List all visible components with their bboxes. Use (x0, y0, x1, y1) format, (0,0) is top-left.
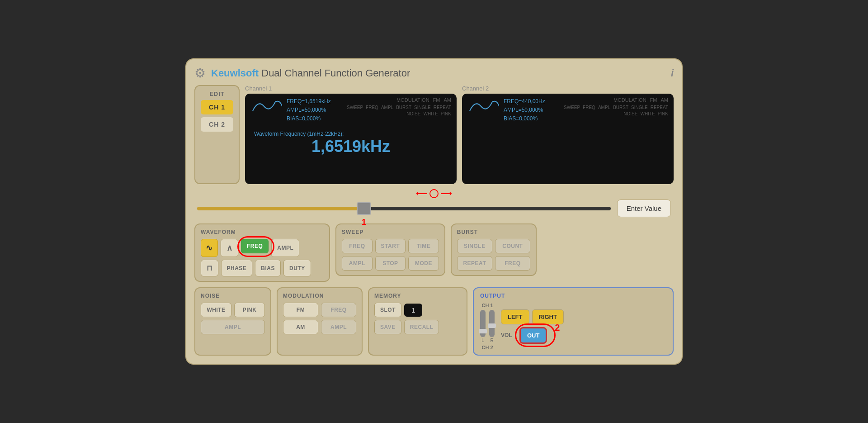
ampl-button[interactable]: AMPL (271, 239, 299, 257)
burst-count-button[interactable]: COUNT (495, 239, 530, 253)
save-button[interactable]: SAVE (374, 320, 401, 334)
ch2-waveform-preview (467, 97, 499, 115)
fm-button[interactable]: FM (283, 303, 318, 317)
mem-title: MEMORY (374, 293, 461, 299)
burst-repeat-button[interactable]: REPEAT (457, 256, 492, 271)
am-button[interactable]: AM (283, 320, 318, 334)
output-buttons: LEFT RIGHT VOL OUT 2 (501, 309, 564, 344)
title-bar: ⚙ Keuwlsoft Dual Channel Function Genera… (194, 66, 674, 81)
burst-section: BURST SINGLE COUNT REPEAT FREQ (451, 223, 537, 276)
ch1-active-label: Waveform Frequency (1mHz-22kHz): (254, 131, 448, 137)
ch1-sweep-labels: SWEEP FREQ AMPL BURST SINGLE REPEAT (347, 105, 451, 110)
memory-section: MEMORY SLOT 1 SAVE RECALL (368, 287, 467, 356)
annotation-1: 1 (362, 218, 366, 227)
recall-button[interactable]: RECALL (404, 320, 439, 334)
app-title: Keuwlsoft Dual Channel Function Generato… (211, 67, 410, 79)
white-noise-button[interactable]: WHITE (201, 303, 231, 317)
app-window: ⚙ Keuwlsoft Dual Channel Function Genera… (185, 58, 683, 365)
sweep-section: SWEEP FREQ START TIME AMPL STOP MODE (335, 223, 445, 276)
enter-value-button[interactable]: Enter Value (617, 200, 671, 217)
slider-dot-annotation (429, 189, 439, 198)
noise-ampl-button[interactable]: AMPL (201, 320, 265, 334)
right-arrow-icon: ⟶ (440, 189, 452, 199)
ch2-am-label: AM (661, 97, 669, 103)
sine-wave-button[interactable]: ∿ (201, 239, 218, 257)
sweep-mode-button[interactable]: MODE (408, 256, 439, 271)
output-title: OUTPUT (480, 293, 666, 299)
sweep-freq-button[interactable]: FREQ (342, 239, 373, 253)
burst-single-button[interactable]: SINGLE (457, 239, 492, 253)
info-icon: i (671, 67, 674, 79)
channel1-label: Channel 1 (245, 85, 457, 92)
duty-button[interactable]: DUTY (283, 260, 311, 276)
ch1-mod-label: MODULATION (396, 97, 429, 103)
edit-panel: EDIT CH 1 CH 2 (194, 85, 240, 184)
bias-button[interactable]: BIAS (255, 260, 281, 276)
burst-freq-button[interactable]: FREQ (495, 256, 530, 271)
phase-button[interactable]: PHASE (221, 260, 253, 276)
channel2-display: FREQ=440,00Hz AMPL=50,000% BIAS=0,000% M… (462, 94, 674, 184)
frequency-slider[interactable] (197, 207, 611, 210)
edit-label: EDIT (209, 90, 225, 97)
left-button[interactable]: LEFT (501, 309, 529, 324)
ch2-output-label: CH 2 (481, 345, 493, 350)
ch1-am-label: AM (444, 97, 452, 103)
ch2-sweep-labels: SWEEP FREQ AMPL BURST SINGLE REPEAT (564, 105, 668, 110)
annotation-2: 2 (555, 323, 560, 333)
sweep-stop-button[interactable]: STOP (375, 256, 406, 271)
vol-label: VOL (501, 332, 517, 338)
sweep-start-button[interactable]: START (375, 239, 406, 253)
mod-title: MODULATION (283, 293, 356, 299)
ch2-params: FREQ=440,00Hz AMPL=50,000% BIAS=0,000% (504, 97, 545, 124)
ch1-waveform-preview (250, 97, 282, 115)
second-controls-row: NOISE WHITE PINK AMPL MODULATION FM FREQ… (194, 287, 674, 356)
ch2-noise-labels: NOISE WHITE PINK (623, 111, 668, 116)
r-slider[interactable] (489, 310, 495, 337)
square-wave-button[interactable]: ⊓ (201, 260, 218, 276)
modulation-section: MODULATION FM FREQ AM AMPL (277, 287, 363, 356)
ch1-fm-label: FM (433, 97, 440, 103)
channel2-label: Channel 2 (462, 85, 674, 92)
ch2-fm-label: FM (650, 97, 657, 103)
sweep-ampl-button[interactable]: AMPL (342, 256, 373, 271)
gear-icon: ⚙ (194, 66, 206, 81)
slot-value: 1 (404, 304, 422, 317)
noise-section: NOISE WHITE PINK AMPL (194, 287, 271, 356)
ch1-button[interactable]: CH 1 (201, 100, 233, 114)
controls-row: WAVEFORM ∿ ∧ FREQ AMPL ⊓ PHASE BIAS DUTY… (194, 223, 674, 282)
freq-button[interactable]: FREQ (241, 239, 269, 253)
sweep-time-button[interactable]: TIME (408, 239, 439, 253)
mod-ampl-button[interactable]: AMPL (321, 320, 356, 334)
mod-freq-button[interactable]: FREQ (321, 303, 356, 317)
waveform-title: WAVEFORM (201, 229, 324, 235)
ch1-params: FREQ=1,6519kHz AMPL=50,000% BIAS=0,000% (287, 97, 331, 124)
ch1-output-label: CH 1 (481, 303, 493, 308)
burst-title: BURST (457, 229, 530, 235)
channel1-display: FREQ=1,6519kHz AMPL=50,000% BIAS=0,000% … (245, 94, 457, 184)
left-arrow-icon: ⟵ (416, 189, 428, 199)
ch2-mod-label: MODULATION (613, 97, 646, 103)
sweep-title: SWEEP (342, 229, 439, 235)
r-track: R (489, 310, 495, 343)
noise-title: NOISE (201, 293, 265, 299)
ch2-button[interactable]: CH 2 (201, 117, 233, 132)
ch1-noise-labels: NOISE WHITE PINK (406, 111, 451, 116)
triangle-wave-button[interactable]: ∧ (221, 239, 239, 257)
out-button[interactable]: OUT (519, 327, 547, 344)
l-slider[interactable] (480, 310, 486, 337)
l-track: L (480, 310, 486, 343)
output-section: OUTPUT CH 1 L (473, 287, 674, 356)
waveform-section: WAVEFORM ∿ ∧ FREQ AMPL ⊓ PHASE BIAS DUTY (194, 223, 330, 282)
slot-button[interactable]: SLOT (374, 303, 401, 317)
ch1-active-value: 1,6519kHz (254, 137, 448, 156)
lr-mixer-panel: CH 1 L R (480, 303, 495, 350)
pink-noise-button[interactable]: PINK (234, 303, 265, 317)
